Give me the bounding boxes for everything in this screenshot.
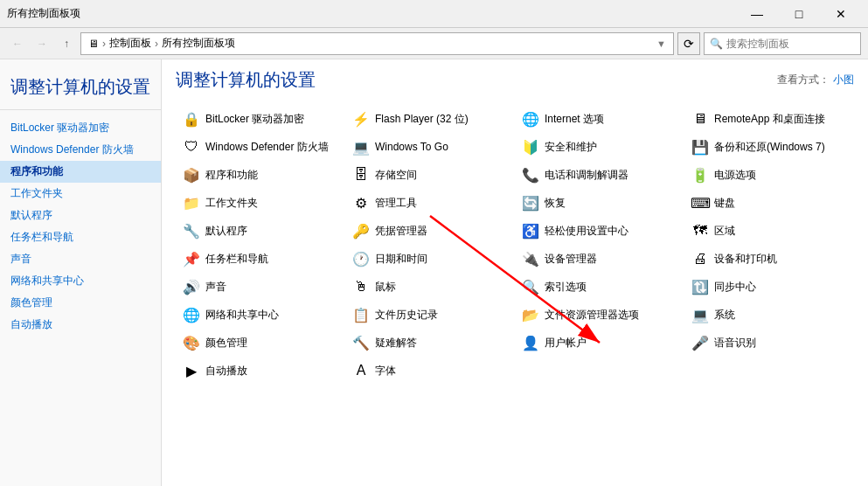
item-label-29: 文件历史记录 — [375, 308, 438, 323]
content-header: 调整计算机的设置 查看方式： 小图 — [176, 68, 854, 92]
items-grid: 🔒BitLocker 驱动器加密⚡Flash Player (32 位)🌐Int… — [176, 106, 854, 384]
grid-item-34[interactable]: 👤用户帐户 — [515, 330, 684, 356]
grid-item-14[interactable]: 🔄恢复 — [515, 190, 684, 216]
sidebar-item-7[interactable]: 网络和共享中心 — [0, 270, 161, 292]
grid-item-26[interactable]: 🔍索引选项 — [515, 274, 684, 300]
item-label-5: Windows To Go — [375, 141, 448, 153]
grid-item-35[interactable]: 🎤语音识别 — [684, 330, 854, 356]
item-label-4: Windows Defender 防火墙 — [205, 140, 329, 155]
breadcrumb-level1: 控制面板 — [109, 36, 151, 51]
item-icon-36: ▶ — [183, 362, 200, 379]
item-label-23: 设备和打印机 — [714, 252, 777, 267]
sidebar-item-8[interactable]: 颜色管理 — [0, 292, 161, 314]
grid-item-1[interactable]: ⚡Flash Player (32 位) — [345, 106, 515, 132]
item-label-22: 设备管理器 — [545, 252, 597, 267]
grid-item-11[interactable]: 🔋电源选项 — [684, 162, 854, 188]
grid-item-37[interactable]: A字体 — [345, 358, 515, 384]
address-bar: ← → ↑ 🖥 › 控制面板 › 所有控制面板项 ▼ ⟳ 🔍 — [0, 28, 868, 59]
grid-item-33[interactable]: 🔨疑难解答 — [345, 330, 515, 356]
sidebar-item-1[interactable]: Windows Defender 防火墙 — [0, 139, 161, 161]
sidebar-item-2[interactable]: 程序和功能 — [0, 161, 161, 183]
grid-item-24[interactable]: 🔊声音 — [176, 274, 345, 300]
grid-item-0[interactable]: 🔒BitLocker 驱动器加密 — [176, 106, 345, 132]
item-icon-4: 🛡 — [183, 138, 200, 156]
item-label-31: 系统 — [714, 308, 735, 323]
grid-item-23[interactable]: 🖨设备和打印机 — [684, 246, 854, 272]
sidebar: 调整计算机的设置 BitLocker 驱动器加密Windows Defender… — [0, 59, 162, 486]
item-icon-30: 📂 — [522, 306, 539, 323]
grid-item-12[interactable]: 📁工作文件夹 — [176, 190, 345, 216]
grid-item-18[interactable]: ♿轻松使用设置中心 — [515, 218, 684, 244]
grid-item-29[interactable]: 📋文件历史记录 — [345, 302, 515, 328]
grid-item-5[interactable]: 💻Windows To Go — [345, 134, 515, 160]
grid-item-22[interactable]: 🔌设备管理器 — [515, 246, 684, 272]
sidebar-item-5[interactable]: 任务栏和导航 — [0, 226, 161, 248]
item-label-32: 颜色管理 — [205, 336, 247, 351]
grid-item-28[interactable]: 🌐网络和共享中心 — [176, 302, 345, 328]
breadcrumb-level2: 所有控制面板项 — [162, 36, 235, 51]
grid-item-25[interactable]: 🖱鼠标 — [345, 274, 515, 300]
grid-item-4[interactable]: 🛡Windows Defender 防火墙 — [176, 134, 345, 160]
grid-item-6[interactable]: 🔰安全和维护 — [515, 134, 684, 160]
item-icon-32: 🎨 — [183, 334, 200, 351]
view-mode: 查看方式： 小图 — [777, 73, 854, 87]
item-label-16: 默认程序 — [205, 224, 247, 239]
grid-item-30[interactable]: 📂文件资源管理器选项 — [515, 302, 684, 328]
item-icon-19: 🗺 — [691, 222, 709, 240]
item-label-19: 区域 — [714, 224, 735, 239]
sidebar-item-6[interactable]: 声音 — [0, 248, 161, 270]
grid-item-17[interactable]: 🔑凭据管理器 — [345, 218, 515, 244]
breadcrumb: 🖥 › 控制面板 › 所有控制面板项 — [88, 36, 235, 51]
close-button[interactable]: ✕ — [821, 1, 861, 27]
back-button[interactable]: ← — [7, 33, 28, 54]
grid-item-9[interactable]: 🗄存储空间 — [345, 162, 515, 188]
refresh-button[interactable]: ⟳ — [677, 32, 700, 55]
minimize-button[interactable]: — — [737, 1, 777, 27]
item-label-17: 凭据管理器 — [375, 224, 427, 239]
item-label-9: 存储空间 — [375, 168, 417, 183]
sidebar-item-0[interactable]: BitLocker 驱动器加密 — [0, 117, 161, 139]
grid-item-36[interactable]: ▶自动播放 — [176, 358, 345, 384]
grid-item-13[interactable]: ⚙管理工具 — [345, 190, 515, 216]
grid-item-16[interactable]: 🔧默认程序 — [176, 218, 345, 244]
search-icon: 🔍 — [710, 38, 723, 50]
item-label-25: 鼠标 — [375, 280, 396, 295]
grid-item-20[interactable]: 📌任务栏和导航 — [176, 246, 345, 272]
grid-item-3[interactable]: 🖥RemoteApp 和桌面连接 — [684, 106, 854, 132]
view-mode-value[interactable]: 小图 — [833, 73, 854, 87]
item-label-34: 用户帐户 — [545, 336, 587, 351]
main-container: 调整计算机的设置 BitLocker 驱动器加密Windows Defender… — [0, 59, 868, 486]
sidebar-item-9[interactable]: 自动播放 — [0, 314, 161, 336]
sidebar-item-3[interactable]: 工作文件夹 — [0, 183, 161, 205]
grid-item-10[interactable]: 📞电话和调制解调器 — [515, 162, 684, 188]
item-label-14: 恢复 — [545, 196, 566, 211]
item-icon-7: 💾 — [691, 138, 709, 156]
grid-item-7[interactable]: 💾备份和还原(Windows 7) — [684, 134, 854, 160]
grid-item-8[interactable]: 📦程序和功能 — [176, 162, 345, 188]
sidebar-title: 调整计算机的设置 — [10, 77, 150, 96]
item-label-6: 安全和维护 — [545, 140, 597, 155]
item-icon-16: 🔧 — [183, 222, 200, 240]
item-label-13: 管理工具 — [375, 196, 417, 211]
address-field[interactable]: 🖥 › 控制面板 › 所有控制面板项 ▼ — [80, 32, 674, 55]
item-icon-18: ♿ — [522, 222, 539, 240]
sidebar-item-4[interactable]: 默认程序 — [0, 205, 161, 226]
window-controls: — □ ✕ — [737, 1, 861, 27]
item-icon-33: 🔨 — [352, 334, 370, 351]
item-icon-11: 🔋 — [691, 166, 709, 184]
up-button[interactable]: ↑ — [56, 33, 77, 54]
grid-item-19[interactable]: 🗺区域 — [684, 218, 854, 244]
grid-item-32[interactable]: 🎨颜色管理 — [176, 330, 345, 356]
maximize-button[interactable]: □ — [779, 1, 819, 27]
grid-item-2[interactable]: 🌐Internet 选项 — [515, 106, 684, 132]
grid-item-21[interactable]: 🕐日期和时间 — [345, 246, 515, 272]
grid-item-27[interactable]: 🔃同步中心 — [684, 274, 854, 300]
grid-item-15[interactable]: ⌨键盘 — [684, 190, 854, 216]
item-icon-9: 🗄 — [352, 166, 370, 184]
search-input[interactable] — [726, 38, 855, 50]
forward-button[interactable]: → — [31, 33, 52, 54]
grid-item-31[interactable]: 💻系统 — [684, 302, 854, 328]
item-label-1: Flash Player (32 位) — [375, 112, 469, 127]
dropdown-arrow[interactable]: ▼ — [656, 38, 666, 49]
item-icon-14: 🔄 — [522, 194, 539, 212]
